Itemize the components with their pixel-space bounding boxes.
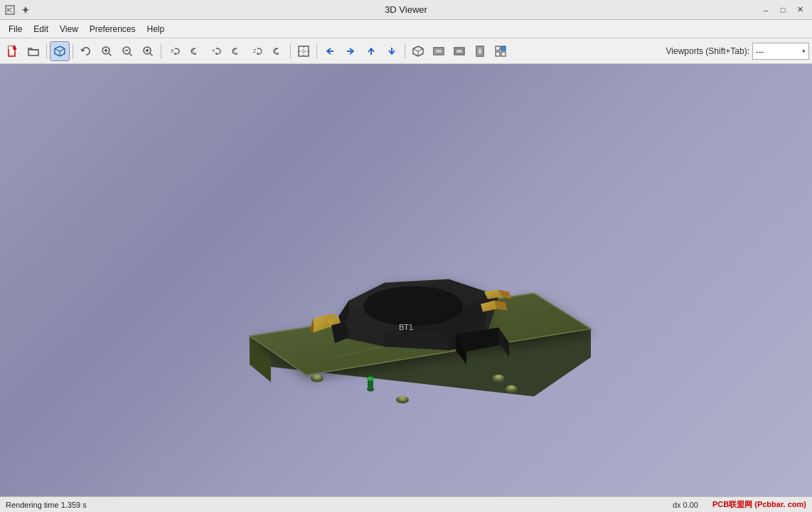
zoom-in-button[interactable] — [97, 41, 117, 61]
pan-up-icon — [365, 45, 378, 58]
pan-up-button[interactable] — [361, 41, 381, 61]
left-view-button[interactable] — [470, 41, 490, 61]
svg-line-8 — [55, 48, 60, 51]
svg-rect-46 — [496, 52, 500, 56]
rotate-y-cw-button[interactable]: Y — [205, 41, 225, 61]
ortho-icon — [297, 45, 310, 58]
pan-right-icon — [344, 45, 357, 58]
svg-line-1 — [8, 8, 12, 10]
render-time: Rendering time 1.359 s — [6, 501, 87, 509]
pan-right-button[interactable] — [341, 41, 360, 61]
svg-text:Y: Y — [212, 48, 215, 53]
svg-line-14 — [109, 53, 112, 56]
svg-text:Z: Z — [253, 48, 257, 53]
viewport-dropdown[interactable]: --- ▾ — [752, 43, 809, 60]
rotate-z-cw-button[interactable]: Z — [247, 41, 267, 61]
home-view-button[interactable] — [408, 41, 428, 61]
separator-5 — [316, 43, 317, 59]
svg-rect-44 — [496, 46, 500, 50]
3d-viewport[interactable]: BT1 — [0, 64, 812, 496]
svg-line-17 — [129, 53, 132, 56]
rotate-x-ccw-icon: X — [188, 45, 201, 58]
zoom-out-icon — [121, 45, 134, 58]
rotate-x-cw-icon: X — [168, 45, 181, 58]
rotate-y-ccw-button[interactable]: Y — [226, 41, 246, 61]
rotate-y-ccw-icon: Y — [230, 45, 242, 58]
cube-icon — [53, 45, 66, 58]
svg-rect-27 — [299, 46, 309, 56]
separator-4 — [290, 43, 291, 59]
dx-value: dx 0.00 — [673, 501, 698, 509]
title-bar: 3D Viewer – □ ✕ — [0, 0, 812, 20]
pan-down-icon — [385, 45, 398, 58]
app-icon — [4, 4, 16, 16]
orthographic-button[interactable] — [294, 41, 314, 61]
svg-rect-43 — [478, 48, 482, 55]
pos-view-icon — [494, 45, 507, 58]
toolbar: X X Y Y Z Z — [0, 38, 812, 64]
svg-point-83 — [498, 375, 500, 378]
viewport-area: Viewports (Shift+Tab): --- ▾ — [666, 43, 810, 60]
3d-view-button[interactable] — [50, 41, 70, 61]
svg-point-90 — [367, 376, 374, 380]
new-icon — [6, 45, 19, 58]
svg-line-2 — [8, 10, 12, 12]
front-view-icon — [432, 45, 445, 58]
watermark: PCB联盟网 (Pcbbar. com) — [712, 499, 806, 510]
rotate-x-cw-button[interactable]: X — [164, 41, 184, 61]
zoom-in-icon — [100, 45, 113, 58]
svg-rect-0 — [6, 6, 14, 14]
status-bar: Rendering time 1.359 s dx 0.00 PCB联盟网 (P… — [0, 496, 812, 512]
svg-line-35 — [413, 48, 418, 51]
separator-1 — [46, 43, 47, 59]
pan-down-button[interactable] — [382, 41, 402, 61]
menu-edit[interactable]: Edit — [28, 22, 54, 36]
minimize-button[interactable]: – — [758, 4, 774, 16]
svg-text:X: X — [171, 48, 174, 53]
svg-line-20 — [150, 53, 153, 56]
back-view-button[interactable] — [449, 41, 469, 61]
open-icon — [27, 45, 40, 58]
rotate-x-ccw-button[interactable]: X — [185, 41, 205, 61]
maximize-button[interactable]: □ — [775, 4, 791, 16]
svg-rect-39 — [435, 49, 442, 53]
svg-line-9 — [60, 48, 65, 51]
pcb-scene: BT1 — [193, 137, 619, 435]
rotate-z-ccw-button[interactable]: Z — [267, 41, 287, 61]
front-view-button[interactable] — [429, 41, 449, 61]
pin-icon — [20, 4, 31, 16]
viewport-value: --- — [756, 47, 764, 55]
undo-icon — [80, 45, 92, 58]
separator-2 — [73, 43, 73, 59]
menu-preferences[interactable]: Preferences — [84, 22, 141, 36]
menu-file[interactable]: File — [3, 22, 28, 36]
svg-point-87 — [511, 386, 513, 388]
window-controls: – □ ✕ — [758, 4, 808, 16]
open-file-button[interactable] — [23, 41, 43, 61]
menu-help[interactable]: Help — [141, 22, 171, 36]
zoom-fit-button[interactable] — [138, 41, 158, 61]
svg-point-59 — [363, 286, 463, 326]
pan-left-icon — [324, 45, 336, 58]
svg-line-36 — [418, 48, 423, 51]
pan-left-button[interactable] — [320, 41, 340, 61]
window-title: 3D Viewer — [385, 4, 427, 15]
svg-rect-45 — [501, 46, 506, 50]
viewport-label: Viewports (Shift+Tab): — [666, 46, 750, 56]
dropdown-arrow-icon: ▾ — [802, 48, 806, 55]
undo-button[interactable] — [76, 41, 96, 61]
pos-view-button[interactable] — [491, 41, 511, 61]
zoom-fit-icon — [141, 45, 154, 58]
svg-point-75 — [316, 375, 319, 378]
svg-text:BT1: BT1 — [399, 323, 413, 331]
menu-view[interactable]: View — [54, 22, 84, 36]
svg-rect-47 — [501, 52, 506, 56]
close-button[interactable]: ✕ — [792, 4, 808, 16]
zoom-out-button[interactable] — [117, 41, 137, 61]
separator-3 — [161, 43, 161, 59]
rotate-z-ccw-icon: Z — [271, 45, 284, 58]
svg-point-79 — [402, 397, 404, 399]
new-button[interactable] — [3, 41, 23, 61]
separator-6 — [405, 43, 405, 59]
rotate-y-cw-icon: Y — [209, 45, 222, 58]
